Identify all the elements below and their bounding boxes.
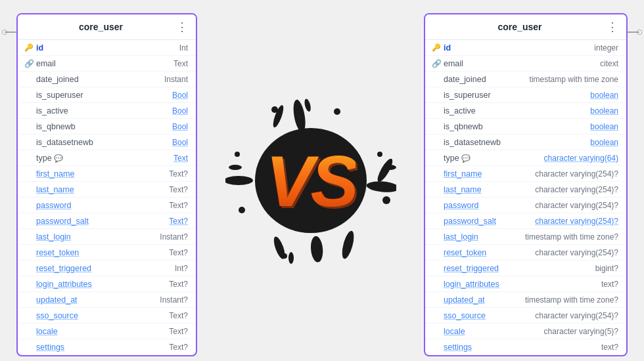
field-name: email [36, 59, 171, 68]
table-row[interactable]: · locale character varying(5)? [425, 324, 626, 339]
field-type: Text? [169, 217, 188, 226]
table-row[interactable]: · password_salt Text? [18, 213, 196, 229]
table-row[interactable]: · password character varying(254)? [425, 198, 626, 213]
table-row[interactable]: · is_active Bool [18, 103, 196, 119]
field-name: is_superuser [36, 91, 170, 100]
table-row[interactable]: · last_name character varying(254)? [425, 182, 626, 198]
field-name: is_superuser [444, 91, 587, 100]
table-row[interactable]: · password Text? [18, 198, 196, 213]
field-type: timestamp with time zone? [525, 232, 618, 242]
field-name: reset_token [444, 248, 532, 257]
table-row[interactable]: · last_login Instant? [18, 229, 196, 245]
table-row[interactable]: · is_datasetnewb Bool [18, 135, 196, 150]
fk-icon: 🔗 [432, 59, 441, 68]
table-row[interactable]: · login_attributes text? [425, 276, 626, 292]
field-name: locale [444, 327, 541, 336]
table-row[interactable]: · is_datasetnewb boolean [425, 135, 626, 150]
field-type: boolean [590, 122, 618, 131]
field-name: is_datasetnewb [36, 138, 170, 147]
table-row[interactable]: 🔑 id Int [18, 40, 196, 56]
field-type: Text? [169, 311, 188, 320]
table-row[interactable]: · type💬 Text [18, 150, 196, 166]
field-name: is_active [444, 106, 587, 116]
field-name: last_login [36, 232, 157, 242]
field-name: updated_at [36, 295, 157, 305]
table-row[interactable]: · first_name character varying(254)? [425, 166, 626, 182]
field-type: text? [601, 280, 618, 289]
table-row[interactable]: · sso_source Text? [18, 308, 196, 324]
table-row[interactable]: · first_name Text? [18, 166, 196, 182]
field-name: login_attributes [444, 280, 599, 289]
field-name: last_name [36, 185, 166, 194]
field-type: Bool [172, 122, 188, 131]
svg-point-4 [340, 230, 356, 260]
field-type: Text? [169, 280, 188, 289]
field-type: character varying(254)? [535, 311, 618, 320]
field-type: Text? [169, 248, 188, 257]
table-row[interactable]: · is_qbnewb boolean [425, 119, 626, 135]
field-type: Instant [164, 75, 188, 84]
svg-point-11 [382, 196, 390, 204]
svg-point-20 [288, 252, 294, 264]
right-table-more-icon[interactable]: ⋮ [607, 20, 618, 34]
table-row[interactable]: · is_active boolean [425, 103, 626, 119]
table-row[interactable]: · settings text? [425, 339, 626, 355]
field-name: id [444, 43, 591, 53]
table-row[interactable]: · is_superuser boolean [425, 87, 626, 103]
svg-point-18 [383, 165, 396, 170]
table-row[interactable]: · reset_triggered bigint? [425, 261, 626, 276]
svg-point-7 [225, 176, 253, 185]
svg-point-3 [365, 180, 396, 193]
field-type: Text [173, 59, 188, 68]
table-row[interactable]: · updated_at Instant? [18, 292, 196, 308]
table-row[interactable]: · reset_token Text? [18, 245, 196, 261]
field-type: timestamp with time zone? [525, 295, 618, 305]
table-row[interactable]: · is_superuser Bool [18, 87, 196, 103]
table-row[interactable]: · settings Text? [18, 339, 196, 355]
left-connector-line [5, 32, 16, 33]
table-row[interactable]: · sso_source character varying(254)? [425, 308, 626, 324]
svg-point-5 [310, 236, 323, 263]
field-name: sso_source [36, 311, 166, 320]
left-table-more-icon[interactable]: ⋮ [176, 20, 188, 34]
table-row[interactable]: · locale Text? [18, 324, 196, 339]
left-table-title: core_user [26, 22, 176, 32]
svg-point-12 [344, 246, 350, 253]
svg-point-16 [271, 106, 278, 113]
table-row[interactable]: · updated_at timestamp with time zone? [425, 292, 626, 308]
field-name: settings [36, 343, 166, 352]
field-name: sso_source [444, 311, 532, 320]
table-row[interactable]: · last_name Text? [18, 182, 196, 198]
field-name: first_name [36, 169, 166, 179]
field-name: date_joined [36, 75, 162, 84]
table-row[interactable]: 🔑 id integer [425, 40, 626, 56]
field-name: type💬 [444, 154, 541, 163]
table-row[interactable]: · date_joined Instant [18, 72, 196, 87]
table-row[interactable]: 🔗 email citext [425, 56, 626, 72]
left-table-card: core_user ⋮ 🔑 id Int 🔗 email Text · date… [16, 13, 197, 356]
field-name: reset_token [36, 248, 166, 257]
field-type: character varying(254)? [535, 201, 618, 210]
field-name: reset_triggered [444, 264, 593, 273]
field-type: Text? [169, 201, 188, 210]
table-row[interactable]: 🔗 email Text [18, 56, 196, 72]
field-name: locale [36, 327, 166, 336]
table-row[interactable]: · date_joined timestamp with time zone [425, 72, 626, 87]
vs-graphic: VS [212, 89, 409, 272]
field-type: citext [600, 59, 618, 68]
table-row[interactable]: · reset_token character varying(254)? [425, 245, 626, 261]
comment-icon: 💬 [461, 154, 471, 163]
field-type: bigint? [595, 264, 618, 273]
table-row[interactable]: · reset_triggered Int? [18, 261, 196, 276]
table-row[interactable]: · last_login timestamp with time zone? [425, 229, 626, 245]
field-type: boolean [590, 138, 618, 147]
table-row[interactable]: · login_attributes Text? [18, 276, 196, 292]
field-type: Bool [172, 138, 188, 147]
field-type: integer [594, 43, 618, 53]
table-row[interactable]: · is_qbnewb Bool [18, 119, 196, 135]
table-row[interactable]: · password_salt character varying(254)? [425, 213, 626, 229]
field-name: date_joined [444, 75, 527, 84]
table-row[interactable]: · type💬 character varying(64) [425, 150, 626, 166]
vs-container: VS [197, 0, 424, 361]
field-name: is_qbnewb [36, 122, 170, 131]
